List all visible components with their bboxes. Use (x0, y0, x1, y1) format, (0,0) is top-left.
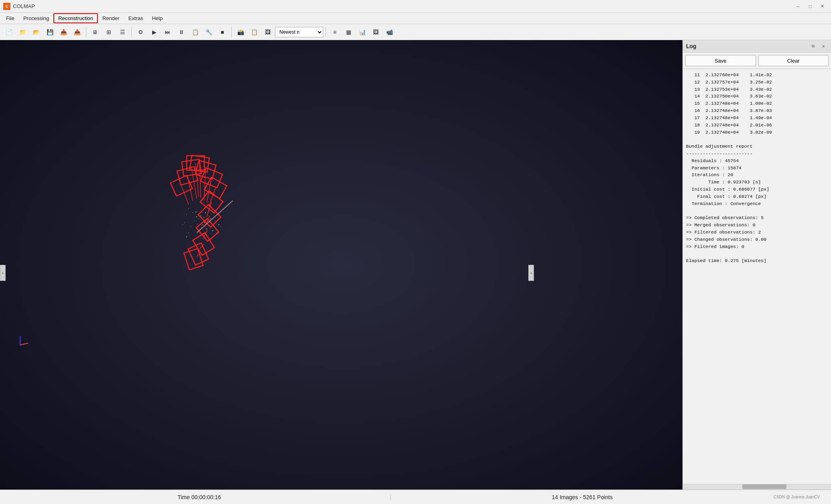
menu-processing[interactable]: Processing (19, 14, 53, 23)
svg-point-26 (218, 224, 220, 226)
svg-point-15 (214, 220, 215, 221)
separator-2 (131, 27, 132, 37)
view-3d-button[interactable]: 🖥 (89, 26, 102, 38)
save-button[interactable]: 💾 (43, 26, 56, 38)
save-recent-button[interactable]: 📂 (30, 26, 43, 38)
menu-extras[interactable]: Extras (124, 14, 148, 23)
log-header: Log ⧉ ✕ (683, 40, 831, 53)
svg-point-0 (196, 216, 198, 217)
open-button[interactable]: 📁 (16, 26, 29, 38)
svg-point-12 (210, 218, 212, 219)
svg-point-21 (197, 224, 198, 224)
svg-point-1 (198, 218, 199, 219)
svg-point-27 (182, 224, 183, 225)
log-close-button[interactable]: ✕ (819, 43, 828, 50)
log-header-buttons: ⧉ ✕ (809, 43, 828, 50)
img-copy-button[interactable]: 📋 (248, 26, 261, 38)
svg-point-5 (192, 212, 193, 213)
scene-svg (0, 40, 682, 490)
panel-resize-handle[interactable]: › (528, 265, 534, 281)
separator-1 (86, 27, 86, 37)
skip-button[interactable]: ⏭ (161, 26, 174, 38)
menu-help[interactable]: Help (147, 14, 167, 23)
svg-point-16 (196, 211, 197, 213)
close-button[interactable]: ✕ (817, 2, 828, 11)
svg-point-7 (190, 226, 191, 227)
status-time: Time 00:00:00:16 (8, 494, 391, 500)
play-button[interactable]: ▶ (148, 26, 161, 38)
pause-button[interactable]: ⏸ (175, 26, 188, 38)
axis-indicator (20, 336, 28, 345)
maximize-button[interactable]: □ (805, 2, 816, 11)
title-bar: C COLMAP ─ □ ✕ (0, 0, 831, 13)
left-panel-handle[interactable]: › (0, 265, 6, 281)
svg-point-28 (186, 236, 187, 238)
menu-reconstruction[interactable]: Reconstruction (53, 13, 98, 23)
chart-button[interactable]: 📊 (356, 26, 369, 38)
log-scrollbar-thumb[interactable] (742, 484, 787, 489)
log-content: 11 2.132760e+04 1.41e-02 12 2.132757e+04… (683, 69, 831, 484)
log-title: Log (686, 43, 697, 49)
camera-frustums (170, 155, 227, 270)
feature-button[interactable]: ⚙ (134, 26, 147, 38)
view-list-button[interactable]: ☰ (116, 26, 129, 38)
qr-button[interactable]: ▦ (342, 26, 355, 38)
separator-4 (326, 27, 326, 37)
svg-line-57 (20, 343, 28, 345)
svg-line-45 (209, 188, 216, 207)
separator-3 (231, 27, 232, 37)
menu-file[interactable]: File (2, 14, 19, 23)
img-panel-button[interactable]: 🖼 (369, 26, 382, 38)
status-bar: Time 00:00:00:16 14 Images - 5261 Points… (0, 490, 831, 504)
svg-point-24 (188, 232, 189, 233)
main-layout: › › Log ⧉ ✕ Save Clear 11 2.132760e+04 1… (0, 40, 831, 490)
app-title: COLMAP (13, 3, 792, 9)
svg-point-18 (204, 217, 205, 218)
svg-point-3 (194, 220, 195, 221)
svg-point-11 (186, 214, 187, 215)
log-action-buttons: Save Clear (683, 53, 831, 69)
svg-point-19 (208, 221, 208, 222)
log-panel: Log ⧉ ✕ Save Clear 11 2.132760e+04 1.41e… (682, 40, 831, 490)
minimize-button[interactable]: ─ (792, 2, 804, 11)
menu-render[interactable]: Render (98, 14, 124, 23)
svg-point-6 (202, 224, 204, 226)
align-left-button[interactable]: ≡ (328, 26, 341, 38)
app-icon: C (3, 3, 10, 10)
svg-point-14 (212, 230, 214, 232)
svg-line-51 (203, 230, 208, 239)
img-save-button[interactable]: 📸 (234, 26, 247, 38)
toolbar: 📄 📁 📂 💾 📥 📤 🖥 ⊞ ☰ ⚙ ▶ ⏭ ⏸ 📋 🔧 ■ 📸 📋 🖼 Ne… (0, 24, 831, 40)
status-info: 14 Images - 5261 Points (391, 494, 774, 500)
svg-point-8 (206, 228, 208, 230)
view-grid-button[interactable]: ⊞ (102, 26, 115, 38)
new-button[interactable]: 📄 (2, 26, 15, 38)
video-button[interactable]: 📹 (383, 26, 396, 38)
svg-point-20 (205, 212, 206, 213)
log-clear-button[interactable]: Clear (758, 55, 829, 66)
log-float-button[interactable]: ⧉ (809, 43, 817, 50)
view-mode-dropdown[interactable]: Newest n Oldest n All (275, 27, 323, 37)
log-save-button[interactable]: Save (685, 55, 756, 66)
export2-button[interactable]: 📋 (189, 26, 202, 38)
svg-line-55 (197, 254, 198, 257)
window-controls: ─ □ ✕ (792, 2, 828, 11)
svg-line-47 (207, 202, 212, 217)
export-button[interactable]: 📤 (71, 26, 84, 38)
status-watermark: CSDN @ Joanna JuanCV (774, 495, 823, 499)
svg-point-29 (220, 226, 221, 227)
img-view-button[interactable]: 🖼 (261, 26, 274, 38)
menu-bar: File Processing Reconstruction Render Ex… (0, 13, 831, 24)
tools-button[interactable]: 🔧 (202, 26, 215, 38)
import-button[interactable]: 📥 (57, 26, 70, 38)
svg-point-13 (184, 222, 185, 223)
viewport[interactable]: › › (0, 40, 682, 490)
scene-background (0, 40, 682, 490)
log-scrollbar[interactable] (683, 484, 831, 490)
svg-line-31 (181, 186, 189, 205)
dark-button[interactable]: ■ (216, 26, 229, 38)
svg-point-9 (188, 208, 189, 209)
